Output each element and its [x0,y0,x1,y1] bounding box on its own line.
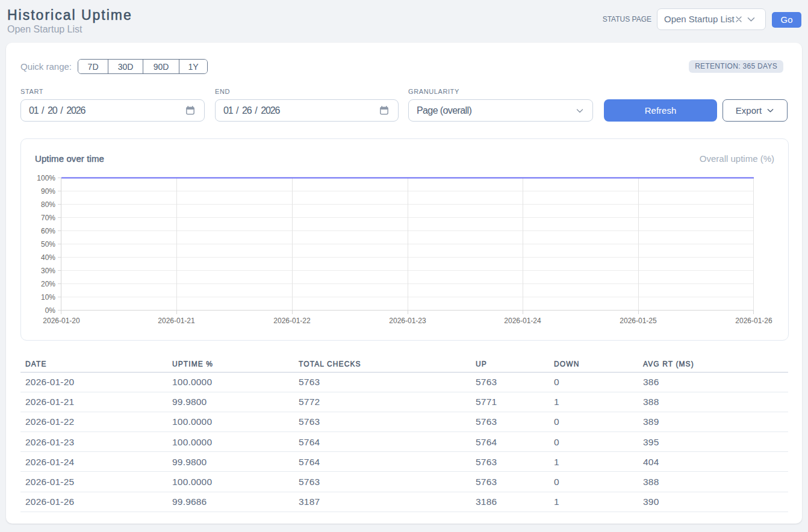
svg-text:0%: 0% [45,306,56,315]
svg-text:2026-01-22: 2026-01-22 [273,317,311,325]
svg-text:70%: 70% [41,214,55,222]
svg-text:40%: 40% [41,253,55,262]
svg-text:100%: 100% [37,174,55,182]
svg-text:20%: 20% [41,280,55,288]
svg-text:2026-01-21: 2026-01-21 [158,317,195,325]
svg-text:2026-01-23: 2026-01-23 [389,317,426,325]
svg-text:2026-01-26: 2026-01-26 [735,317,772,325]
svg-text:2026-01-20: 2026-01-20 [43,317,80,325]
svg-text:60%: 60% [41,227,55,235]
svg-text:10%: 10% [41,293,55,302]
svg-text:2026-01-25: 2026-01-25 [620,317,657,325]
svg-text:90%: 90% [41,187,55,196]
svg-text:80%: 80% [41,200,55,209]
svg-text:2026-01-24: 2026-01-24 [504,317,541,325]
svg-text:30%: 30% [41,267,55,275]
svg-text:50%: 50% [41,240,55,249]
